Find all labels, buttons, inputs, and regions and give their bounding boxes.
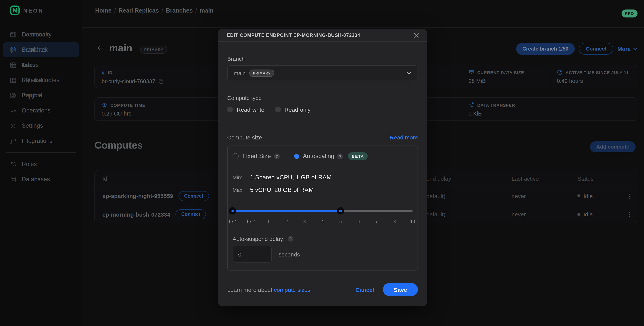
auto-suspend-unit: seconds bbox=[278, 251, 300, 257]
radio-read-write[interactable]: Read-write bbox=[227, 106, 264, 113]
plan-badge[interactable]: PRO bbox=[622, 9, 638, 17]
max-value: 5 vCPU, 20 GB of RAM bbox=[250, 186, 314, 193]
primary-branch-badge: PRIMARY bbox=[140, 46, 168, 54]
status-badge: Idle bbox=[584, 211, 592, 217]
sidebar-item-label: Feedback bbox=[22, 46, 48, 53]
stat-value: br-curly-cloud-760337 bbox=[102, 78, 155, 84]
status-dot-icon bbox=[578, 194, 580, 197]
support-icon bbox=[10, 92, 16, 99]
kebab-menu-icon[interactable]: ⋮ bbox=[626, 192, 632, 200]
row-connect-button[interactable]: Connect bbox=[176, 209, 206, 219]
more-label: More bbox=[618, 46, 631, 52]
page-actions: Create branch 1/50 Connect More bbox=[516, 43, 637, 55]
tick-label: 8 bbox=[393, 219, 396, 224]
autoscaling-radio-icon[interactable] bbox=[294, 154, 299, 159]
breadcrumb-main[interactable]: main bbox=[200, 7, 213, 14]
stat-label: ID bbox=[108, 70, 112, 75]
cpu-icon bbox=[102, 102, 107, 108]
sidebar-item-release-notes[interactable]: Release notes bbox=[0, 73, 82, 88]
min-label: Min: bbox=[232, 175, 250, 180]
stat-data-transfer: DATA TRANSFER 0 KiB bbox=[462, 98, 515, 121]
tick-label: 1 / 4 bbox=[228, 219, 237, 224]
sidebar-item-support[interactable]: Support bbox=[0, 88, 82, 103]
back-arrow-icon[interactable]: ← bbox=[98, 43, 104, 52]
compute-sizes-link[interactable]: compute sizes bbox=[274, 286, 310, 293]
tick-label: 2 bbox=[285, 219, 288, 224]
compute-size-box: Fixed Size ? Autoscaling ? BETA Min: 1 S… bbox=[227, 146, 418, 271]
docs-icon bbox=[10, 62, 16, 68]
more-menu[interactable]: More bbox=[618, 46, 637, 52]
page-title: main bbox=[109, 42, 132, 54]
cancel-button[interactable]: Cancel bbox=[356, 286, 374, 293]
stat-value: 0 KiB bbox=[468, 111, 515, 117]
stat-value: 0.26 CU-hrs bbox=[102, 111, 145, 117]
slider-max-handle[interactable] bbox=[337, 207, 344, 214]
help-icon[interactable]: ? bbox=[288, 236, 294, 242]
computes-heading: Computes bbox=[94, 140, 143, 151]
radio-read-only[interactable]: Read-only bbox=[275, 106, 310, 113]
close-icon[interactable] bbox=[413, 32, 420, 38]
compute-size-header: Compute size: Read more bbox=[227, 134, 418, 141]
row-connect-button[interactable]: Connect bbox=[178, 191, 209, 201]
connect-button[interactable]: Connect bbox=[579, 43, 613, 55]
beta-badge: BETA bbox=[348, 152, 368, 160]
min-size-row: Min: 1 Shared vCPU, 1 GB of RAM bbox=[232, 174, 412, 181]
breadcrumb-read-replicas[interactable]: Read Replicas bbox=[118, 7, 159, 14]
stat-value: 28 MiB bbox=[468, 78, 524, 84]
help-icon[interactable]: ? bbox=[274, 153, 280, 159]
compute-type-options: Read-write Read-only bbox=[227, 106, 418, 113]
compute-id: ep-sparkling-night-955559 bbox=[102, 193, 173, 199]
stat-label: CURRENT DATA SIZE bbox=[477, 70, 524, 75]
stat-compute-time: COMPUTE TIME 0.26 CU-hrs bbox=[95, 98, 145, 121]
branch-select[interactable]: main PRIMARY bbox=[227, 65, 418, 81]
kebab-menu-icon[interactable]: ⋮ bbox=[626, 210, 632, 218]
sidebar-item-feedback[interactable]: Feedback bbox=[0, 42, 82, 57]
neon-logo[interactable]: NEON bbox=[10, 5, 44, 15]
last-active-cell: never bbox=[512, 211, 526, 217]
edit-compute-endpoint-modal: EDIT COMPUTE ENDPOINT EP-MORNING-BUSH-07… bbox=[218, 29, 427, 306]
topbar-divider bbox=[82, 27, 644, 28]
save-button[interactable]: Save bbox=[383, 283, 418, 296]
copy-icon[interactable] bbox=[158, 79, 164, 84]
radio-icon bbox=[275, 107, 281, 113]
stat-label: DATA TRANSFER bbox=[477, 103, 515, 107]
tick-label: 5 bbox=[339, 219, 342, 224]
neon-logo-icon bbox=[10, 5, 20, 15]
add-compute-button[interactable]: Add compute bbox=[590, 141, 636, 152]
auto-suspend-input[interactable] bbox=[232, 246, 272, 263]
column-header-last-active: Last active bbox=[512, 175, 539, 182]
modal-body: Branch main PRIMARY Compute type Read-wr… bbox=[218, 56, 427, 296]
create-branch-button[interactable]: Create branch 1/50 bbox=[516, 43, 575, 55]
app-window: NEON Dashboard Branches Tables SQL Edito… bbox=[0, 0, 644, 326]
help-icon[interactable]: ? bbox=[338, 153, 343, 159]
primary-badge: PRIMARY bbox=[250, 70, 274, 77]
sidebar-item-label: Community bbox=[22, 31, 52, 38]
breadcrumb-home[interactable]: Home bbox=[95, 7, 112, 14]
slider-min-handle[interactable] bbox=[229, 207, 236, 214]
sidebar-item-community[interactable]: Community bbox=[0, 27, 82, 42]
tick-label: 6 bbox=[358, 219, 360, 224]
status-badge: Idle bbox=[584, 193, 592, 199]
autoscaling-label: Autoscaling bbox=[303, 153, 334, 160]
modal-footer: Learn more about compute sizes Cancel Sa… bbox=[227, 283, 418, 296]
data-transfer-icon bbox=[468, 102, 474, 108]
sidebar-footer-nav: Community Feedback Docs Release notes Su… bbox=[0, 27, 82, 318]
sidebar-item-label: Support bbox=[22, 92, 42, 99]
stat-value: 0.49 hours bbox=[557, 78, 629, 84]
tick-label: 3 bbox=[303, 219, 306, 224]
branch-select-value: main bbox=[234, 70, 246, 76]
sidebar-item-label: Docs bbox=[22, 62, 35, 68]
fixed-size-label: Fixed Size bbox=[242, 153, 271, 160]
chevron-down-icon bbox=[633, 47, 637, 50]
feedback-icon bbox=[10, 46, 16, 53]
branch-field-label: Branch bbox=[227, 56, 418, 62]
fixed-size-radio-icon[interactable] bbox=[232, 153, 239, 159]
stat-data-size: CURRENT DATA SIZE 28 MiB bbox=[462, 65, 524, 88]
sidebar-item-docs[interactable]: Docs bbox=[0, 57, 82, 73]
read-more-link[interactable]: Read more bbox=[390, 134, 418, 141]
auto-suspend-input-row: seconds bbox=[232, 246, 412, 263]
breadcrumb-branches[interactable]: Branches bbox=[166, 7, 192, 14]
release-notes-icon bbox=[10, 77, 16, 83]
sidebar-bottom-divider bbox=[11, 323, 31, 323]
radio-icon bbox=[227, 107, 233, 113]
